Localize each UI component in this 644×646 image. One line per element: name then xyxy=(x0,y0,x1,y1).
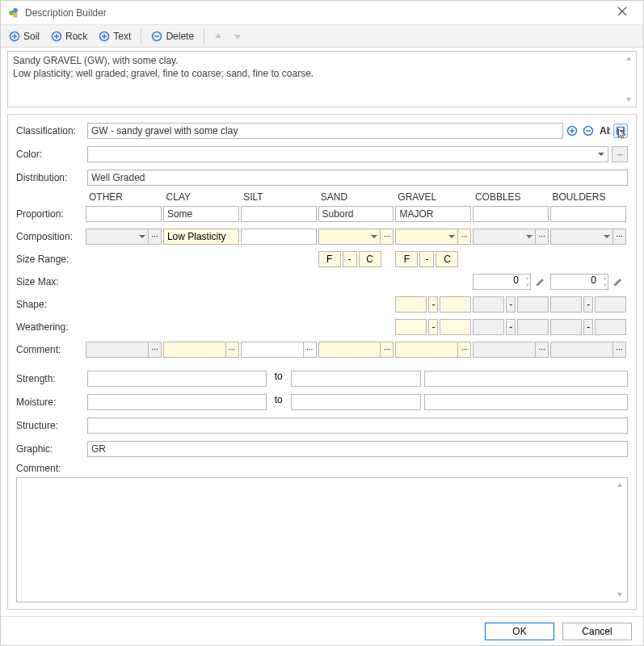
weathering-boulders-to[interactable] xyxy=(595,319,626,335)
toolbar-separator xyxy=(204,29,204,44)
col-other: OTHER xyxy=(87,191,163,203)
comment-scroll-up[interactable] xyxy=(614,480,625,491)
comment-cobbles[interactable]: ··· xyxy=(473,342,549,358)
proportion-boulders[interactable] xyxy=(550,206,626,222)
moisture-from[interactable] xyxy=(87,394,267,410)
proportion-label: Proportion: xyxy=(16,208,86,220)
shape-label: Shape: xyxy=(16,299,86,310)
comment-scroll-down[interactable] xyxy=(614,589,625,600)
svg-point-0 xyxy=(9,10,14,15)
to-label: to xyxy=(270,394,288,410)
comment-boulders[interactable]: ··· xyxy=(550,342,626,358)
toolbar-separator xyxy=(141,29,141,44)
sizerange-gravel-to[interactable] xyxy=(436,251,458,267)
preview-line-2: Low plasticity; well graded; gravel, fin… xyxy=(13,68,620,81)
comment-other[interactable]: ··· xyxy=(86,342,162,358)
graphic-input[interactable] xyxy=(87,441,628,457)
moisture-extra[interactable] xyxy=(424,394,628,410)
cancel-button[interactable]: Cancel xyxy=(562,623,632,640)
color-more-button[interactable]: ··· xyxy=(612,146,628,162)
comment-clay[interactable]: ··· xyxy=(163,342,239,358)
composition-boulders[interactable]: ··· xyxy=(550,229,626,245)
sizerange-sand-from[interactable] xyxy=(318,251,341,267)
weathering-cobbles-to[interactable] xyxy=(517,319,549,335)
sizerange-gravel[interactable]: - xyxy=(395,251,471,267)
shape-boulders-from[interactable] xyxy=(550,296,582,313)
shape-boulders-to[interactable] xyxy=(595,296,626,313)
proportion-cobbles[interactable] xyxy=(473,206,549,222)
composition-sand[interactable]: ··· xyxy=(318,229,394,245)
rock-label: Rock xyxy=(65,31,87,42)
description-preview: Sandy GRAVEL (GW), with some clay. Low p… xyxy=(7,51,637,107)
graphic-label: Graphic: xyxy=(16,443,87,455)
close-button[interactable] xyxy=(608,6,637,19)
comment-gravel[interactable]: ··· xyxy=(395,342,471,358)
add-classification-icon[interactable] xyxy=(565,124,579,138)
composition-clay[interactable]: Low Plasticity xyxy=(163,229,239,245)
sizemax-cobbles[interactable]: 0 xyxy=(473,274,531,290)
delete-label: Delete xyxy=(166,31,194,42)
shape-gravel-to[interactable] xyxy=(440,296,471,313)
rock-button[interactable]: Rock xyxy=(46,27,92,45)
composition-silt[interactable] xyxy=(241,229,317,245)
svg-rect-11 xyxy=(618,128,623,130)
moisture-to[interactable] xyxy=(291,394,421,410)
color-dropdown[interactable] xyxy=(87,146,608,162)
to-label: to xyxy=(270,371,288,387)
shape-cobbles-from[interactable] xyxy=(473,296,504,313)
sizemax-boulders[interactable]: 0 xyxy=(550,274,608,290)
preview-scroll-up[interactable] xyxy=(623,53,634,65)
distribution-input[interactable] xyxy=(87,170,628,186)
sizerange-gravel-from[interactable] xyxy=(395,251,418,267)
strength-from[interactable] xyxy=(87,371,267,387)
weathering-boulders-from[interactable] xyxy=(550,319,582,335)
move-up-button[interactable] xyxy=(209,27,227,45)
composition-gravel[interactable]: ··· xyxy=(395,229,471,245)
preview-line-1: Sandy GRAVEL (GW), with some clay. xyxy=(13,55,620,68)
weathering-cobbles-from[interactable] xyxy=(473,319,504,335)
grid-header: OTHER CLAY SILT SAND GRAVEL COBBLES BOUL… xyxy=(87,191,628,203)
structure-input[interactable] xyxy=(87,417,628,434)
move-down-button[interactable] xyxy=(229,27,246,45)
save-classification-icon[interactable] xyxy=(613,124,628,138)
weathering-gravel-to[interactable] xyxy=(440,319,471,335)
proportion-sand[interactable] xyxy=(318,206,394,222)
strength-extra[interactable] xyxy=(424,371,628,387)
sizemax-label: Size Max: xyxy=(16,276,86,287)
shape-cobbles-to[interactable] xyxy=(517,296,549,313)
sizerange-sand[interactable]: - xyxy=(318,251,394,267)
col-boulders: BOULDERS xyxy=(550,191,626,203)
pencil-icon[interactable] xyxy=(532,274,549,290)
remove-classification-icon[interactable] xyxy=(581,124,596,138)
proportion-clay[interactable] xyxy=(163,206,239,222)
comment-silt[interactable]: ··· xyxy=(241,342,317,358)
composition-label: Composition: xyxy=(16,231,86,242)
comment-textarea[interactable] xyxy=(16,477,628,602)
preview-scroll-down[interactable] xyxy=(623,94,634,105)
dash: - xyxy=(343,251,357,267)
dash: - xyxy=(419,251,434,267)
sizerange-label: Size Range: xyxy=(16,254,86,265)
sizerange-sand-to[interactable] xyxy=(359,251,381,267)
composition-cobbles[interactable]: ··· xyxy=(473,229,549,245)
delete-button[interactable]: Delete xyxy=(146,27,199,45)
col-clay: CLAY xyxy=(165,191,241,203)
strength-to[interactable] xyxy=(291,371,421,387)
text-format-icon[interactable]: Ab xyxy=(597,124,612,138)
proportion-silt[interactable] xyxy=(241,206,317,222)
proportion-other[interactable] xyxy=(86,206,162,222)
ok-button[interactable]: OK xyxy=(485,623,554,640)
classification-input[interactable] xyxy=(87,123,563,139)
comment-sand[interactable]: ··· xyxy=(318,342,394,358)
composition-other[interactable]: ··· xyxy=(86,229,162,245)
strength-label: Strength: xyxy=(16,373,87,384)
grid-comment-label: Comment: xyxy=(16,344,86,355)
shape-gravel-from[interactable] xyxy=(395,296,427,313)
proportion-gravel[interactable] xyxy=(395,206,471,222)
weathering-gravel-from[interactable] xyxy=(395,319,427,335)
structure-label: Structure: xyxy=(16,420,87,431)
window-title: Description Builder xyxy=(25,7,608,19)
soil-button[interactable]: Soil xyxy=(4,27,44,45)
text-button[interactable]: Text xyxy=(94,27,136,45)
pencil-icon[interactable] xyxy=(610,274,626,290)
